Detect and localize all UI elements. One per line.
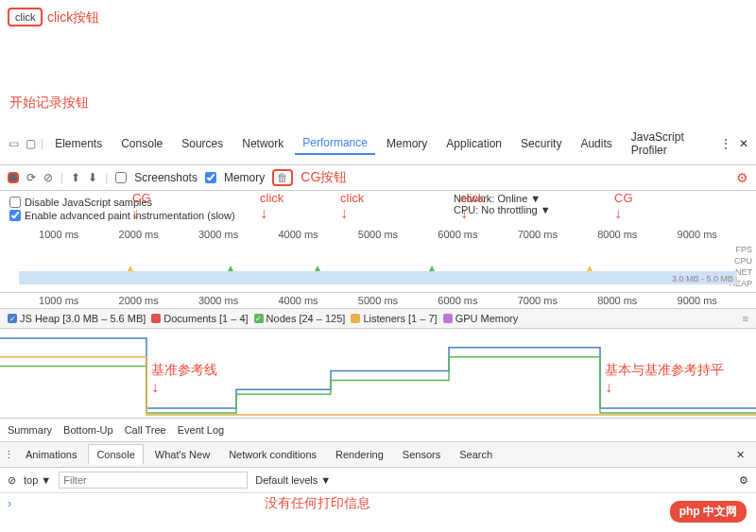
- tab-security[interactable]: Security: [513, 133, 569, 154]
- gpu-toggle[interactable]: [443, 314, 453, 323]
- devtools-tabs: ▭ ▢ | Elements Console Sources Network P…: [0, 123, 756, 165]
- tick: 3000 ms: [179, 229, 258, 240]
- more-icon[interactable]: ⋮: [720, 137, 731, 150]
- console-settings-icon[interactable]: ⚙: [739, 474, 748, 487]
- drawer-close-icon[interactable]: ✕: [729, 449, 752, 461]
- tick: 1000 ms: [19, 295, 98, 306]
- enable-paint-checkbox[interactable]: [9, 210, 21, 221]
- tick: 2000 ms: [98, 295, 178, 306]
- tab-audits[interactable]: Audits: [573, 133, 619, 154]
- marker-click1: click↓: [260, 191, 284, 222]
- summary-tabs: Summary Bottom-Up Call Tree Event Log: [0, 419, 756, 442]
- drawer-animations[interactable]: Animations: [18, 445, 84, 464]
- tick: 2000 ms: [98, 229, 178, 240]
- cg-annotation: CG按钮: [301, 169, 347, 186]
- enable-paint-label: Enable advanced paint instrumentation (s…: [25, 210, 235, 221]
- cpu-select[interactable]: No throttling: [481, 204, 537, 215]
- tick: 9000 ms: [658, 295, 737, 306]
- tab-calltree[interactable]: Call Tree: [125, 422, 166, 438]
- record-annotation: 开始记录按钮: [9, 94, 89, 112]
- screenshots-label: Screenshots: [134, 171, 198, 184]
- context-select[interactable]: top ▼: [24, 474, 51, 486]
- demo-click-button[interactable]: click: [8, 8, 43, 26]
- tab-console[interactable]: Console: [113, 133, 170, 154]
- drawer-more-icon[interactable]: ⋮: [4, 449, 14, 461]
- close-icon[interactable]: ✕: [739, 137, 748, 150]
- perf-options: Disable JavaScript samples Enable advanc…: [0, 191, 756, 227]
- tick: 1000 ms: [19, 229, 98, 240]
- drawer-search[interactable]: Search: [452, 445, 500, 464]
- clear-console-icon[interactable]: ⊘: [8, 474, 16, 487]
- tick: 4000 ms: [258, 229, 337, 240]
- nodes-toggle[interactable]: ✓: [254, 314, 264, 323]
- tab-elements[interactable]: Elements: [47, 133, 110, 154]
- heap-overview: [19, 271, 737, 284]
- console-toolbar: ⊘ top ▼ Default levels ▼ ⚙: [0, 468, 756, 493]
- heap-range-label: 3.0 MB - 5.0 MB: [672, 274, 733, 283]
- tick: 3000 ms: [179, 295, 258, 306]
- drawer-console[interactable]: Console: [88, 444, 143, 465]
- memory-checkbox[interactable]: [205, 172, 216, 183]
- drawer-network-conditions[interactable]: Network conditions: [221, 445, 324, 464]
- watermark: php 中文网: [670, 501, 747, 522]
- tab-sources[interactable]: Sources: [174, 133, 231, 154]
- click-annotation: click按钮: [47, 9, 99, 26]
- clear-icon[interactable]: ⊘: [43, 171, 53, 184]
- overview-timeline[interactable]: 1000 ms 2000 ms 3000 ms 4000 ms 5000 ms …: [0, 227, 756, 293]
- tab-jsprofiler[interactable]: JavaScript Profiler: [624, 127, 716, 161]
- jsheap-toggle[interactable]: ✓: [8, 314, 17, 323]
- tab-bottomup[interactable]: Bottom-Up: [63, 422, 113, 438]
- reload-icon[interactable]: ⟳: [26, 171, 36, 184]
- tick: 8000 ms: [577, 295, 657, 306]
- tick: 7000 ms: [498, 295, 577, 306]
- memory-legend: ✓JS Heap [3.0 MB – 5.6 MB] Documents [1 …: [0, 309, 756, 329]
- drawer-rendering[interactable]: Rendering: [328, 445, 391, 464]
- no-print-annotation: 没有任何打印信息: [265, 495, 370, 512]
- tab-application[interactable]: Application: [438, 133, 509, 154]
- tick: 6000 ms: [418, 295, 497, 306]
- record-button[interactable]: [8, 172, 19, 183]
- documents-toggle[interactable]: [151, 314, 161, 323]
- marker-click2: click↓: [340, 191, 364, 222]
- gc-button[interactable]: 🗑: [272, 169, 293, 186]
- disable-js-checkbox[interactable]: [9, 197, 21, 208]
- drawer-whatsnew[interactable]: What's New: [147, 445, 217, 464]
- tab-network[interactable]: Network: [234, 133, 291, 154]
- perf-toolbar: ⟳ ⊘ | ⬆ ⬇ | Screenshots Memory 🗑 CG按钮 ⚙: [0, 165, 756, 191]
- drawer-tabs: ⋮ Animations Console What's New Network …: [0, 442, 756, 468]
- save-icon[interactable]: ⬇: [88, 171, 97, 184]
- tab-eventlog[interactable]: Event Log: [178, 422, 225, 438]
- marker-cg1: CG↓: [132, 191, 151, 222]
- load-icon[interactable]: ⬆: [71, 171, 80, 184]
- device-icon[interactable]: ▢: [25, 137, 38, 150]
- drawer-sensors[interactable]: Sensors: [395, 445, 448, 464]
- inspect-icon[interactable]: ▭: [8, 137, 21, 150]
- settings-icon[interactable]: ⚙: [736, 170, 748, 185]
- tick: 7000 ms: [498, 229, 577, 240]
- page-demo-area: click click按钮 开始记录按钮: [0, 0, 756, 123]
- console-prompt-icon: ›: [8, 497, 11, 510]
- baseline-annotation: 基准参考线↓: [151, 362, 217, 396]
- console-body[interactable]: › 没有任何打印信息: [0, 493, 756, 522]
- marker-cg2: CG↓: [614, 191, 633, 222]
- ruler[interactable]: 1000 ms 2000 ms 3000 ms 4000 ms 5000 ms …: [0, 293, 756, 309]
- tab-performance[interactable]: Performance: [295, 132, 375, 155]
- tab-memory[interactable]: Memory: [379, 133, 435, 154]
- tab-summary[interactable]: Summary: [8, 422, 52, 438]
- gpu-label: GPU Memory: [455, 313, 519, 324]
- tick: 6000 ms: [418, 229, 497, 240]
- listeners-toggle[interactable]: [351, 314, 360, 323]
- menu-icon[interactable]: ≡: [743, 313, 748, 324]
- tick: 8000 ms: [577, 229, 657, 240]
- levels-select[interactable]: Default levels ▼: [255, 474, 331, 486]
- memory-label: Memory: [224, 171, 265, 184]
- screenshots-checkbox[interactable]: [115, 172, 127, 183]
- nodes-label: Nodes [24 – 125]: [266, 313, 346, 324]
- jsheap-label: JS Heap [3.0 MB – 5.6 MB]: [20, 313, 146, 324]
- filter-input[interactable]: [59, 472, 248, 489]
- network-select[interactable]: Online: [497, 193, 527, 204]
- listeners-label: Listeners [1 – 7]: [363, 313, 437, 324]
- tick: 9000 ms: [658, 229, 737, 240]
- documents-label: Documents [1 – 4]: [163, 313, 248, 324]
- memory-chart[interactable]: 基准参考线↓ 基本与基准参考持平↓: [0, 329, 756, 419]
